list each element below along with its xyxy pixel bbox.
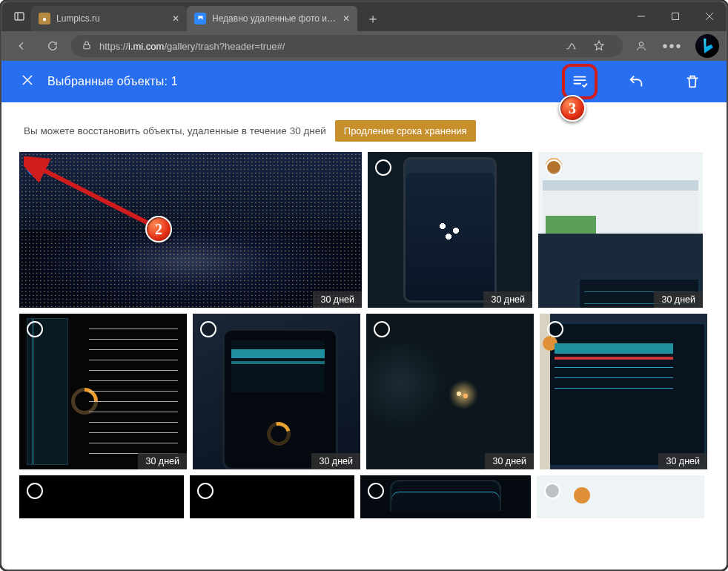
photo-thumbnail[interactable] bbox=[537, 475, 704, 518]
days-remaining-badge: 30 дней bbox=[485, 453, 534, 469]
browser-titlebar: ● Lumpics.ru ✕ Недавно удаленные фото и … bbox=[1, 1, 727, 31]
photo-thumbnail[interactable]: 30 дней bbox=[368, 152, 532, 308]
url-field[interactable]: https://i.mi.com/gallery/trash?header=tr… bbox=[71, 35, 623, 57]
new-tab-button[interactable]: ＋ bbox=[362, 7, 384, 30]
url-text: https://i.mi.com/gallery/trash?header=tr… bbox=[99, 41, 285, 52]
select-checkbox-icon[interactable] bbox=[546, 159, 562, 176]
photo-content bbox=[537, 475, 704, 518]
info-row: Вы можете восстановить объекты, удаленны… bbox=[1, 102, 727, 152]
svg-point-7 bbox=[639, 42, 643, 46]
photo-thumbnail[interactable]: 30 дней bbox=[540, 314, 707, 469]
delete-button[interactable] bbox=[678, 67, 707, 96]
tab-actions-button[interactable] bbox=[7, 4, 31, 28]
photo-thumbnail[interactable] bbox=[190, 475, 354, 518]
days-remaining-badge: 30 дней bbox=[311, 453, 360, 469]
photo-content bbox=[190, 475, 354, 518]
extend-storage-button[interactable]: Продление срока хранения bbox=[335, 120, 476, 142]
photo-thumbnail[interactable]: 30 дней bbox=[366, 314, 534, 469]
photo-content bbox=[368, 152, 532, 308]
annotation-highlight bbox=[562, 64, 598, 99]
photo-thumbnail[interactable] bbox=[19, 475, 184, 518]
refresh-button[interactable] bbox=[40, 33, 65, 59]
select-checkbox-icon[interactable] bbox=[27, 483, 43, 499]
select-checkbox-icon[interactable] bbox=[368, 483, 384, 499]
menu-button[interactable]: ••• bbox=[660, 33, 685, 59]
select-checkbox-icon[interactable] bbox=[375, 159, 391, 176]
svg-rect-6 bbox=[84, 44, 90, 48]
tab-title: Недавно удаленные фото и вид bbox=[212, 13, 337, 24]
annotation-step-2: 2 bbox=[145, 216, 172, 242]
window-controls bbox=[624, 1, 727, 31]
favicon-mi bbox=[194, 13, 206, 24]
photo-thumbnail[interactable]: 30 дней 2 bbox=[19, 152, 362, 308]
svg-rect-0 bbox=[15, 13, 24, 20]
days-remaining-badge: 30 дней bbox=[654, 291, 703, 308]
select-checkbox-icon[interactable] bbox=[200, 321, 216, 337]
svg-rect-3 bbox=[672, 13, 679, 20]
select-checkbox-icon[interactable] bbox=[27, 321, 43, 337]
close-window-button[interactable] bbox=[692, 1, 727, 31]
photo-thumbnail[interactable]: 30 дней bbox=[193, 314, 360, 469]
select-checkbox-icon[interactable] bbox=[197, 483, 214, 499]
cancel-selection-button[interactable] bbox=[21, 73, 34, 90]
tab-title: Lumpics.ru bbox=[56, 13, 166, 24]
select-all-button[interactable] bbox=[565, 67, 595, 96]
tab-lumpics[interactable]: ● Lumpics.ru ✕ bbox=[31, 6, 187, 31]
photo-content bbox=[540, 314, 707, 469]
days-remaining-badge: 30 дней bbox=[313, 291, 362, 308]
tab-mi-gallery-trash[interactable]: Недавно удаленные фото и вид ✕ bbox=[187, 6, 357, 31]
photo-content bbox=[19, 475, 184, 518]
days-remaining-badge: 30 дней bbox=[483, 291, 532, 308]
photo-content bbox=[193, 314, 360, 469]
profile-button[interactable] bbox=[629, 33, 654, 59]
read-aloud-button[interactable] bbox=[557, 33, 584, 59]
maximize-button[interactable] bbox=[658, 1, 692, 31]
bing-button[interactable] bbox=[695, 34, 719, 58]
favorites-button[interactable] bbox=[586, 33, 612, 59]
photo-thumbnail[interactable]: 30 дней bbox=[538, 152, 703, 308]
select-checkbox-icon[interactable] bbox=[374, 321, 390, 337]
photo-thumbnail[interactable]: 30 дней bbox=[19, 314, 187, 469]
back-button[interactable] bbox=[9, 33, 34, 59]
lock-icon bbox=[82, 40, 92, 53]
close-icon[interactable]: ✕ bbox=[172, 13, 179, 24]
close-icon[interactable]: ✕ bbox=[343, 13, 350, 24]
photo-content bbox=[19, 314, 187, 469]
selection-toolbar: Выбранные объекты: 1 3 bbox=[1, 61, 727, 102]
photo-content bbox=[360, 475, 531, 518]
favicon-lumpics: ● bbox=[39, 13, 50, 24]
annotation-step-3: 3 bbox=[559, 95, 586, 122]
days-remaining-badge: 30 дней bbox=[658, 453, 707, 469]
select-checkbox-icon[interactable] bbox=[544, 483, 560, 499]
photo-content bbox=[366, 314, 534, 469]
days-remaining-badge: 30 дней bbox=[138, 453, 187, 469]
trash-gallery: 30 дней 2 30 дней 30 дней 30 дней bbox=[1, 152, 727, 518]
select-checkbox-icon[interactable] bbox=[547, 321, 563, 337]
svg-line-13 bbox=[37, 167, 157, 228]
photo-thumbnail[interactable] bbox=[360, 475, 531, 518]
restore-button[interactable] bbox=[621, 67, 651, 96]
selection-title: Выбранные объекты: 1 bbox=[47, 75, 178, 88]
address-bar: https://i.mi.com/gallery/trash?header=tr… bbox=[1, 31, 727, 61]
restore-info-text: Вы можете восстановить объекты, удаленны… bbox=[24, 125, 326, 136]
minimize-button[interactable] bbox=[624, 1, 658, 31]
